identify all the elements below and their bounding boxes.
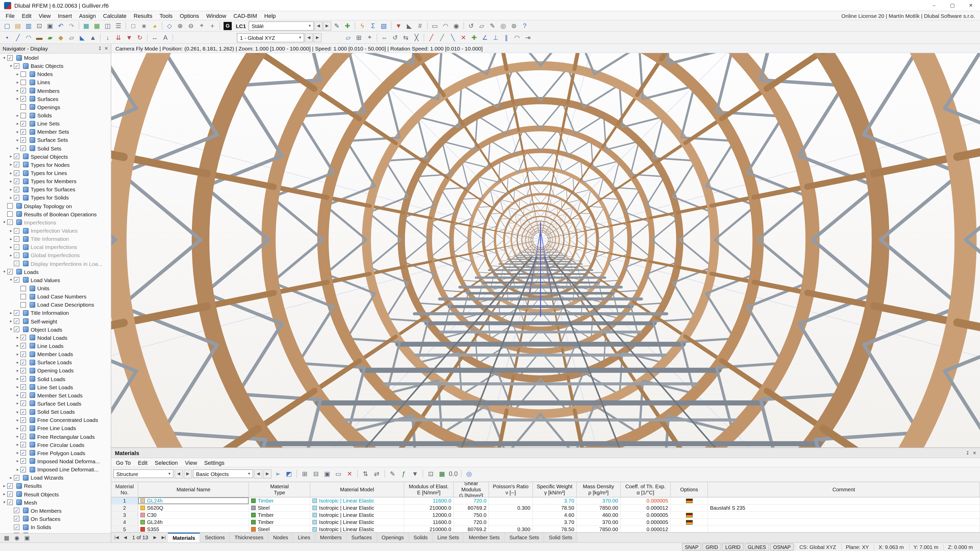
material-type-cell[interactable]: Steel bbox=[249, 505, 310, 511]
visibility-checkbox[interactable]: ✓ bbox=[14, 170, 19, 176]
expander-icon[interactable]: ▸ bbox=[15, 72, 21, 76]
poisson-ratio-cell[interactable]: 0.300 bbox=[489, 526, 533, 532]
material-row-4[interactable]: 4GL24hTimberIsotropic | Linear Elastic11… bbox=[111, 519, 980, 526]
visibility-checkbox[interactable]: ✓ bbox=[14, 187, 19, 192]
table-tab-solids[interactable]: Solids bbox=[409, 533, 433, 542]
material-name-cell[interactable]: GL24h bbox=[138, 519, 249, 526]
poisson-ratio-cell[interactable] bbox=[489, 497, 533, 504]
tree-item-results[interactable]: ▸✓Results bbox=[0, 482, 111, 490]
row-number-cell[interactable]: 3 bbox=[111, 512, 138, 518]
visibility-checkbox[interactable]: ✓ bbox=[21, 368, 26, 373]
last-table-button[interactable]: ▶| bbox=[159, 535, 168, 540]
tree-item-units[interactable]: Units bbox=[0, 284, 111, 292]
tree-item-result-objects[interactable]: ▸✓Result Objects bbox=[0, 490, 111, 498]
visibility-checkbox[interactable] bbox=[21, 113, 26, 118]
expander-icon[interactable]: ▾ bbox=[8, 327, 14, 332]
empty-row-icon[interactable]: ▭ bbox=[333, 468, 344, 479]
visibility-checkbox[interactable]: ✓ bbox=[14, 252, 19, 258]
column-header-material-no[interactable]: MaterialNo. bbox=[111, 482, 138, 497]
expander-icon[interactable]: ▸ bbox=[8, 171, 14, 175]
highlight-selection-icon[interactable]: ◩ bbox=[284, 468, 294, 479]
rotate-view-icon[interactable]: ↺ bbox=[466, 21, 476, 31]
tree-item-local-imperfections[interactable]: ▸✓Local Imperfections bbox=[0, 243, 111, 251]
close-button[interactable]: ✕ bbox=[962, 0, 980, 11]
work-plane-icon[interactable]: ▱ bbox=[343, 32, 353, 43]
supports-display-icon[interactable]: ◣ bbox=[404, 21, 414, 31]
visibility-checkbox[interactable] bbox=[21, 286, 26, 291]
tree-item-load-case-descriptions[interactable]: Load Case Descriptions bbox=[0, 300, 111, 309]
poisson-ratio-cell[interactable] bbox=[489, 512, 533, 518]
material-name-cell[interactable]: C30 bbox=[138, 512, 249, 518]
tree-item-member-sets[interactable]: ▸✓Member Sets bbox=[0, 128, 111, 136]
tree-item-load-wizards[interactable]: ▸✓Load Wizards bbox=[0, 473, 111, 482]
expander-icon[interactable]: ▸ bbox=[8, 245, 14, 249]
material-name-cell[interactable]: S355 bbox=[138, 526, 249, 532]
expander-icon[interactable]: ▸ bbox=[8, 237, 14, 241]
table-tab-nodes[interactable]: Nodes bbox=[269, 533, 293, 542]
table-tab-openings[interactable]: Openings bbox=[377, 533, 409, 542]
material-type-cell[interactable]: Timber bbox=[249, 519, 310, 526]
expander-icon[interactable]: ▸ bbox=[8, 162, 14, 167]
snap-toggle-glines[interactable]: GLINES bbox=[745, 543, 769, 551]
coordinate-system-select[interactable]: 1 - Global XYZ ▾ bbox=[237, 33, 304, 42]
add-line-icon[interactable]: ✚ bbox=[469, 32, 479, 43]
tree-item-free-circular-loads[interactable]: ▸✓Free Circular Loads bbox=[0, 441, 111, 449]
table-tab-materials[interactable]: Materials bbox=[168, 533, 200, 542]
options-cell[interactable] bbox=[671, 526, 708, 532]
materials-menu-item-settings[interactable]: Settings bbox=[200, 459, 228, 465]
expander-icon[interactable]: ▸ bbox=[8, 195, 14, 200]
delete-line-icon[interactable]: ✕ bbox=[458, 32, 469, 43]
spreadsheet-icon[interactable]: ▦ bbox=[92, 21, 102, 31]
tree-item-types-for-nodes[interactable]: ▸✓Types for Nodes bbox=[0, 161, 111, 169]
expander-icon[interactable]: ▸ bbox=[8, 253, 14, 258]
visibility-checkbox[interactable] bbox=[21, 104, 26, 110]
grid-icon[interactable]: ⊞ bbox=[354, 32, 364, 43]
tree-item-special-objects[interactable]: ▸✓Special Objects bbox=[0, 152, 111, 160]
expander-icon[interactable]: ▸ bbox=[15, 467, 21, 472]
move-row-icon[interactable]: ⇅ bbox=[360, 468, 371, 479]
table-tab-solid-sets[interactable]: Solid Sets bbox=[544, 533, 578, 542]
tree-item-free-rectangular-loads[interactable]: ▸✓Free Rectangular Loads bbox=[0, 432, 111, 441]
line-green-icon[interactable]: ╱ bbox=[437, 32, 447, 43]
column-header-options[interactable]: Options bbox=[671, 482, 708, 497]
material-model-cell[interactable]: Isotropic | Linear Elastic bbox=[310, 505, 404, 511]
moment-load-icon[interactable]: ↻ bbox=[135, 32, 145, 43]
comment-cell[interactable] bbox=[708, 497, 980, 504]
modulus-cell[interactable]: 12000.0 bbox=[404, 512, 454, 518]
expander-icon[interactable]: ▸ bbox=[15, 459, 21, 464]
expander-icon[interactable]: ▾ bbox=[8, 64, 14, 68]
visibility-checkbox[interactable] bbox=[7, 203, 13, 209]
redo-icon[interactable]: ↷ bbox=[66, 21, 76, 31]
options-cell[interactable] bbox=[671, 505, 708, 511]
edit-load-case-icon[interactable]: ✎ bbox=[332, 21, 342, 31]
mass-density-cell[interactable]: 7850.00 bbox=[577, 526, 620, 532]
parallel-icon[interactable]: ∥ bbox=[501, 32, 511, 43]
panels-icon[interactable]: ☰ bbox=[113, 21, 124, 31]
expander-icon[interactable]: ▾ bbox=[2, 220, 7, 225]
zoom-out-icon[interactable]: ⊖ bbox=[186, 21, 196, 31]
shear-modulus-cell[interactable]: 720.0 bbox=[454, 519, 489, 526]
clipping-box-icon[interactable]: ▭ bbox=[430, 21, 440, 31]
visibility-checkbox[interactable]: ✓ bbox=[14, 162, 19, 168]
results-icon[interactable]: ▧ bbox=[379, 21, 389, 31]
tree-item-types-for-lines[interactable]: ▸✓Types for Lines bbox=[0, 169, 111, 177]
previous-cs-button[interactable]: ◀ bbox=[305, 33, 313, 42]
tree-item-mesh[interactable]: ▾✓Mesh bbox=[0, 498, 111, 507]
material-model-cell[interactable]: Isotropic | Linear Elastic bbox=[310, 512, 404, 518]
eye-icon[interactable]: ◉ bbox=[13, 534, 21, 542]
expander-icon[interactable]: ▸ bbox=[8, 179, 14, 183]
mass-density-cell[interactable]: 7850.00 bbox=[577, 505, 620, 511]
tree-item-load-case-numbers[interactable]: Load Case Numbers bbox=[0, 292, 111, 300]
category-filter-select[interactable]: Basic Objects ▾ bbox=[193, 469, 253, 478]
expander-icon[interactable]: ▸ bbox=[15, 393, 21, 398]
views-icon[interactable]: ▦ bbox=[3, 534, 11, 542]
menu-item-help[interactable]: Help bbox=[261, 13, 279, 19]
tree-item-surface-sets[interactable]: ▸✓Surface Sets bbox=[0, 136, 111, 144]
menu-item-view[interactable]: View bbox=[35, 13, 54, 19]
expander-icon[interactable]: ▸ bbox=[15, 360, 21, 365]
specific-weight-cell[interactable]: 3.70 bbox=[533, 519, 577, 526]
visibility-checkbox[interactable]: ✓ bbox=[7, 483, 13, 489]
help-icon[interactable]: ? bbox=[520, 21, 530, 31]
visibility-checkbox[interactable]: ✓ bbox=[21, 343, 26, 349]
tree-item-free-line-loads[interactable]: ▸✓Free Line Loads bbox=[0, 424, 111, 432]
